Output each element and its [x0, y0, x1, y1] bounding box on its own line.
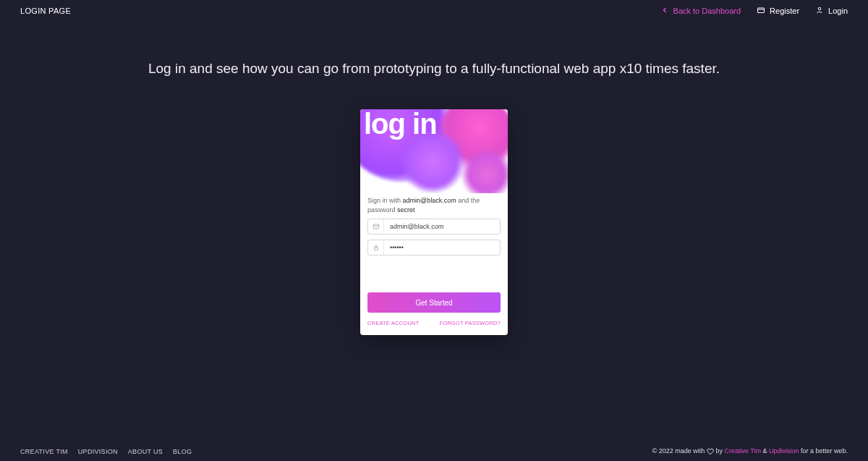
footer-text: & — [761, 447, 769, 454]
footer-text: for a better web. — [799, 447, 848, 454]
card-hero-title: log in — [364, 109, 437, 140]
footer-updivision-link[interactable]: Updivision — [769, 447, 799, 454]
footer-text: © 2022 made with — [652, 447, 707, 454]
card-body: Sign in with admin@black.com and the pas… — [360, 193, 508, 335]
hint-text: Sign in with — [367, 197, 403, 204]
page-title: LOGIN PAGE — [20, 7, 71, 15]
footer-link-creative-tim[interactable]: CREATIVE TIM — [20, 448, 68, 455]
spacer — [367, 261, 501, 292]
card-hero: log in — [360, 109, 508, 193]
id-card-icon — [757, 6, 765, 16]
svg-rect-4 — [374, 248, 378, 250]
headline: Log in and see how you can go from proto… — [0, 59, 868, 78]
footer-link-about-us[interactable]: ABOUT US — [128, 448, 163, 455]
email-field-wrapper — [367, 219, 501, 234]
decorative-blob — [461, 149, 508, 193]
hint-password: secret — [397, 206, 415, 213]
user-icon — [815, 6, 824, 16]
password-input[interactable] — [384, 244, 500, 251]
footer-copyright: © 2022 made with by Creative Tim & Updiv… — [652, 447, 848, 455]
hint-email: admin@black.com — [403, 197, 456, 204]
login-hint: Sign in with admin@black.com and the pas… — [367, 196, 501, 214]
heart-icon — [707, 448, 714, 455]
topbar: LOGIN PAGE Back to Dashboard Register Lo… — [0, 0, 868, 22]
card-small-links: CREATE ACCOUNT FORGOT PASSWORD? — [367, 320, 501, 326]
login-link[interactable]: Login — [815, 6, 848, 16]
email-input[interactable] — [384, 223, 500, 230]
svg-point-2 — [818, 7, 821, 10]
footer: CREATIVE TIM UPDIVISION ABOUT US BLOG © … — [0, 447, 868, 455]
chevron-left-icon — [660, 6, 669, 16]
register-link[interactable]: Register — [757, 6, 799, 16]
footer-link-updivision[interactable]: UPDIVISION — [78, 448, 118, 455]
footer-text: by — [714, 447, 725, 454]
forgot-password-link[interactable]: FORGOT PASSWORD? — [439, 320, 501, 326]
login-label: Login — [828, 7, 848, 15]
footer-link-blog[interactable]: BLOG — [173, 448, 192, 455]
create-account-link[interactable]: CREATE ACCOUNT — [367, 320, 419, 326]
get-started-button[interactable]: Get Started — [367, 292, 501, 313]
password-field-wrapper — [367, 240, 501, 255]
register-label: Register — [770, 7, 799, 15]
back-to-dashboard-link[interactable]: Back to Dashboard — [660, 6, 741, 16]
topbar-right: Back to Dashboard Register Login — [660, 6, 848, 16]
email-icon — [368, 219, 384, 234]
lock-icon — [368, 240, 384, 255]
footer-links: CREATIVE TIM UPDIVISION ABOUT US BLOG — [20, 448, 192, 455]
login-card: log in Sign in with admin@black.com and … — [360, 109, 508, 335]
footer-creative-tim-link[interactable]: Creative Tim — [724, 447, 761, 454]
svg-rect-0 — [758, 8, 765, 13]
back-to-dashboard-label: Back to Dashboard — [673, 7, 741, 15]
